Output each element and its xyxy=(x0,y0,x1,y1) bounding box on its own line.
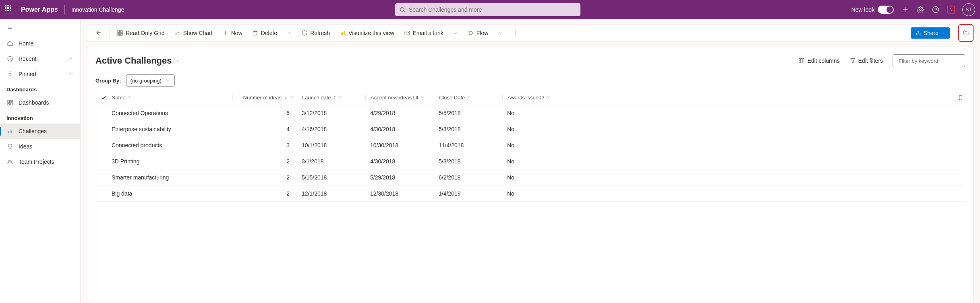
main-content: Read Only Grid Show Chart New Delete Ref… xyxy=(81,19,980,303)
cell-accept: 12/30/2018 xyxy=(365,190,434,197)
nav-home[interactable]: Home xyxy=(0,36,80,51)
challenges-icon xyxy=(6,128,14,135)
cell-ideas: 5 xyxy=(232,110,297,116)
copilot-icon[interactable] xyxy=(947,6,955,14)
show-chart-label: Show Chart xyxy=(183,30,212,36)
cell-ideas: 2 xyxy=(232,158,297,165)
table-row[interactable]: Connected products 3 10/1/2018 10/30/201… xyxy=(95,137,965,153)
column-accept-label: Accept new ideas till xyxy=(371,95,418,101)
column-header-accept[interactable]: Accept new ideas till xyxy=(365,95,434,101)
cell-close: 11/4/2018 xyxy=(434,142,502,148)
copilot-pane-button[interactable] xyxy=(958,24,974,42)
show-chart-button[interactable]: Show Chart xyxy=(170,27,216,39)
visualize-button[interactable]: Visualize this view xyxy=(336,27,398,39)
cell-awards: No xyxy=(502,110,571,116)
data-grid: Name Number of ideas Launch date xyxy=(95,91,965,202)
svg-rect-32 xyxy=(801,59,802,63)
more-commands[interactable] xyxy=(508,27,523,39)
column-actions[interactable] xyxy=(571,95,965,101)
view-selector[interactable]: Active Challenges xyxy=(95,56,180,66)
keyword-filter-input[interactable] xyxy=(899,58,966,64)
cell-close: 5/5/2018 xyxy=(434,110,502,116)
delete-label: Delete xyxy=(261,30,277,36)
groupby-select[interactable]: (no grouping) xyxy=(126,74,175,87)
column-header-launch[interactable]: Launch date xyxy=(297,95,365,101)
chevron-down-icon xyxy=(420,95,425,101)
table-row[interactable]: Smarter manufacturing 2 5/15/2018 5/29/2… xyxy=(95,169,965,186)
svg-point-29 xyxy=(515,33,516,33)
flow-label: Flow xyxy=(477,30,489,36)
svg-rect-20 xyxy=(118,33,120,35)
cell-accept: 10/30/2018 xyxy=(365,142,434,148)
column-header-name[interactable]: Name xyxy=(112,95,232,101)
chevron-down-icon xyxy=(69,56,74,62)
email-dropdown[interactable] xyxy=(449,28,462,38)
edit-filters-button[interactable]: Edit filters xyxy=(849,58,883,64)
svg-rect-25 xyxy=(342,32,344,35)
collapse-nav-icon[interactable] xyxy=(0,23,80,36)
app-launcher-icon[interactable] xyxy=(5,5,15,14)
table-row[interactable]: Big data 2 12/1/2018 12/30/2018 1/4/2019… xyxy=(95,186,965,202)
back-button[interactable] xyxy=(91,27,106,39)
keyword-filter[interactable] xyxy=(893,54,965,67)
table-row[interactable]: Enterprise sustainability 4 4/16/2018 4/… xyxy=(95,121,965,137)
nav-team-projects-label: Team Projects xyxy=(19,159,54,165)
nav-ideas[interactable]: Ideas xyxy=(0,139,80,154)
delete-button[interactable]: Delete xyxy=(248,27,281,39)
email-link-label: Email a Link xyxy=(413,30,443,36)
search-input[interactable] xyxy=(409,6,576,13)
delete-dropdown[interactable] xyxy=(283,28,296,38)
nav-pinned[interactable]: Pinned xyxy=(0,66,80,82)
column-header-awards[interactable]: Awards issued? xyxy=(502,95,571,101)
chevron-down-icon xyxy=(338,95,343,101)
nav-recent[interactable]: Recent xyxy=(0,51,80,66)
svg-rect-18 xyxy=(118,31,120,33)
gear-icon[interactable] xyxy=(916,6,924,14)
edit-columns-button[interactable]: Edit columns xyxy=(798,58,839,64)
share-button[interactable]: Share xyxy=(911,27,950,39)
view-title-label: Active Challenges xyxy=(95,56,172,66)
svg-point-4 xyxy=(920,9,922,11)
chevron-down-icon xyxy=(69,71,74,77)
help-icon[interactable] xyxy=(932,6,940,14)
toggle-switch[interactable] xyxy=(878,6,894,14)
svg-rect-27 xyxy=(405,31,410,35)
email-link-button[interactable]: Email a Link xyxy=(400,27,448,39)
svg-rect-19 xyxy=(120,31,122,33)
global-search[interactable] xyxy=(395,3,580,16)
cell-launch: 3/12/2018 xyxy=(297,110,365,116)
svg-rect-26 xyxy=(344,31,345,35)
svg-rect-24 xyxy=(341,33,342,35)
trash-icon xyxy=(252,30,259,36)
chevron-down-icon xyxy=(289,95,294,101)
new-look-toggle[interactable]: New look xyxy=(851,6,894,14)
new-button[interactable]: New xyxy=(218,27,247,39)
nav-team-projects[interactable]: Team Projects xyxy=(0,154,80,169)
select-all-checkbox[interactable] xyxy=(95,95,112,101)
cell-launch: 3/1/2018 xyxy=(297,158,365,165)
svg-rect-12 xyxy=(10,100,12,101)
cell-launch: 10/1/2018 xyxy=(297,142,365,148)
lightbulb-icon xyxy=(6,143,14,150)
cell-launch: 5/15/2018 xyxy=(297,174,365,181)
cell-awards: No xyxy=(502,142,571,148)
cell-awards: No xyxy=(502,174,571,181)
nav-home-label: Home xyxy=(19,40,33,47)
column-header-close[interactable]: Close Date xyxy=(434,95,502,101)
read-only-grid-button[interactable]: Read Only Grid xyxy=(113,27,168,39)
nav-challenges[interactable]: Challenges xyxy=(0,124,80,139)
user-avatar[interactable]: ST xyxy=(962,3,975,16)
nav-dashboards[interactable]: Dashboards xyxy=(0,95,80,110)
chevron-down-icon xyxy=(466,95,471,101)
refresh-button[interactable]: Refresh xyxy=(297,27,334,39)
flow-dropdown[interactable] xyxy=(494,28,507,38)
column-header-ideas[interactable]: Number of ideas xyxy=(232,95,297,101)
svg-point-28 xyxy=(515,31,516,31)
flow-button[interactable]: Flow xyxy=(464,27,493,39)
table-row[interactable]: Connected Operations 5 3/12/2018 4/29/20… xyxy=(95,105,965,121)
refresh-label: Refresh xyxy=(310,30,330,36)
add-icon[interactable] xyxy=(901,6,909,14)
table-row[interactable]: 3D Printing 2 3/1/2018 4/30/2018 5/3/201… xyxy=(95,153,965,169)
cell-ideas: 2 xyxy=(232,174,297,181)
cell-ideas: 3 xyxy=(232,142,297,148)
